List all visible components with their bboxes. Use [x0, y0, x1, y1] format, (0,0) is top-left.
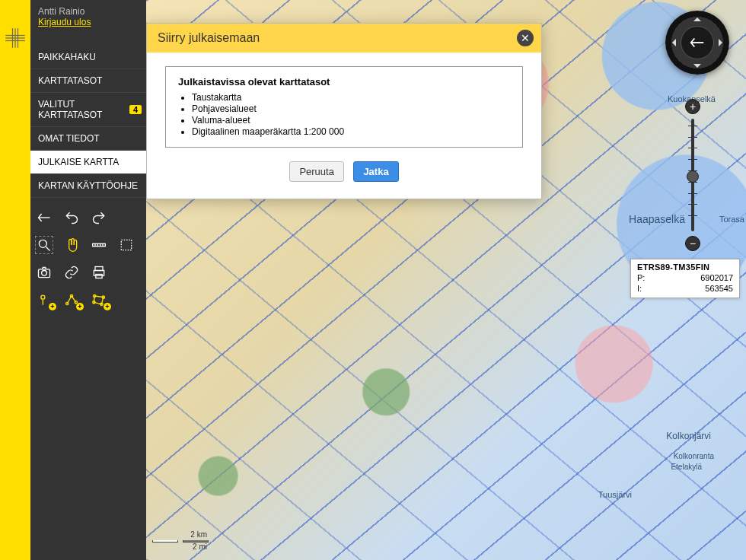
print-icon[interactable]	[90, 263, 108, 282]
layer-list: Taustakartta Pohjavesialueet Valuma-alue…	[192, 92, 510, 137]
sidebar-item-valitut-karttatasot[interactable]: VALITUT KARTTATASOT 4	[30, 93, 146, 127]
list-item: Taustakartta	[192, 92, 510, 103]
nav-label: JULKAISE KARTTA	[38, 157, 119, 167]
svg-rect-14	[121, 240, 131, 250]
user-block: Antti Rainio Kirjaudu ulos	[30, 0, 146, 35]
sidebar-item-karttatasot[interactable]: KARTTATASOT	[30, 69, 146, 93]
redo-icon[interactable]	[90, 208, 108, 227]
p-label: P:	[637, 273, 645, 282]
map-pane[interactable]: Haapaselkä Kolkonjärvi Kolkonranta Etela…	[146, 0, 746, 560]
nav-label: PAIKKAHAKU	[38, 52, 96, 62]
close-icon[interactable]: ✕	[517, 30, 534, 46]
zoom-box-icon[interactable]	[35, 236, 53, 254]
sidebar: Antti Rainio Kirjaudu ulos PAIKKAHAKU KA…	[30, 0, 146, 560]
reset-view-icon[interactable]	[35, 208, 53, 227]
i-label: I:	[637, 284, 642, 293]
dialog-body: Julkaistavissa olevat karttatasot Tausta…	[147, 52, 541, 199]
scale-km-label: 2 km	[152, 530, 207, 539]
zoom-in-button[interactable]: +	[685, 99, 700, 114]
svg-line-8	[46, 247, 50, 251]
measure-area-icon[interactable]	[117, 236, 135, 254]
pan-west-icon[interactable]	[668, 39, 676, 46]
svg-point-20	[41, 295, 45, 299]
list-item: Digitaalinen maaperäkartta 1:200 000	[192, 126, 510, 137]
dialog-actions: Peruuta Jatka	[165, 161, 523, 182]
svg-point-16	[42, 271, 47, 276]
undo-icon[interactable]	[62, 208, 81, 227]
sidebar-item-kayttoohje[interactable]: KARTAN KÄYTTÖOHJE	[30, 174, 146, 198]
dialog-title-text: Siirry julkaisemaan	[158, 31, 260, 44]
sidebar-nav: PAIKKAHAKU KARTTATASOT VALITUT KARTTATAS…	[30, 46, 146, 198]
camera-icon[interactable]	[35, 263, 53, 282]
measure-distance-icon[interactable]	[90, 236, 108, 254]
logout-link[interactable]: Kirjaudu ulos	[38, 17, 91, 27]
zoom-control: + −	[684, 99, 702, 251]
scale-bar: 2 km 2 mi	[152, 530, 209, 551]
coordinates-box: ETRS89-TM35FIN P: 6902017 I: 563545	[630, 259, 740, 298]
crs-label: ETRS89-TM35FIN	[637, 262, 733, 272]
svg-rect-19	[96, 275, 102, 278]
add-line-icon[interactable]: +	[62, 291, 81, 309]
scale-mi-label: 2 mi	[152, 542, 207, 551]
nav-label: VALITUT KARTTATASOT	[38, 99, 102, 120]
svg-point-7	[39, 240, 46, 247]
add-point-icon[interactable]: +	[35, 291, 53, 309]
svg-rect-17	[95, 267, 103, 271]
pan-icon[interactable]	[62, 236, 81, 254]
pan-north-icon[interactable]	[693, 14, 701, 21]
sidebar-item-paikkahaku[interactable]: PAIKKAHAKU	[30, 46, 146, 69]
user-name: Antti Rainio	[38, 6, 139, 17]
sidebar-item-omat-tiedot[interactable]: OMAT TIEDOT	[30, 127, 146, 151]
p-value: 6902017	[700, 273, 733, 282]
i-value: 563545	[705, 284, 733, 293]
cancel-button[interactable]: Peruuta	[289, 161, 344, 182]
toolbox: + + +	[30, 198, 146, 329]
pan-east-icon[interactable]	[719, 39, 726, 46]
left-rail	[0, 0, 30, 560]
continue-button[interactable]: Jatka	[353, 161, 398, 182]
zoom-handle[interactable]	[687, 170, 699, 183]
zoom-slider[interactable]	[691, 119, 694, 231]
dialog-titlebar: Siirry julkaisemaan ✕	[147, 24, 541, 52]
compass-control[interactable]	[665, 11, 729, 75]
sidebar-item-julkaise-kartta[interactable]: JULKAISE KARTTA	[30, 151, 146, 174]
reset-north-icon[interactable]	[681, 26, 714, 59]
nav-label: KARTAN KÄYTTÖOHJE	[38, 180, 138, 191]
list-item: Pohjavesialueet	[192, 103, 510, 114]
panel-heading: Julkaistavissa olevat karttatasot	[178, 76, 510, 88]
zoom-out-button[interactable]: −	[685, 236, 700, 251]
link-icon[interactable]	[62, 263, 81, 282]
add-area-icon[interactable]: +	[90, 291, 108, 309]
layer-count-badge: 4	[129, 105, 142, 114]
app-logo-icon	[0, 23, 30, 53]
nav-label: KARTTATASOT	[38, 75, 102, 86]
publishable-layers-panel: Julkaistavissa olevat karttatasot Tausta…	[165, 66, 523, 148]
publish-dialog: Siirry julkaisemaan ✕ Julkaistavissa ole…	[146, 23, 542, 199]
nav-label: OMAT TIEDOT	[38, 133, 100, 144]
pan-south-icon[interactable]	[693, 64, 701, 72]
svg-rect-9	[93, 243, 106, 246]
list-item: Valuma-alueet	[192, 115, 510, 126]
